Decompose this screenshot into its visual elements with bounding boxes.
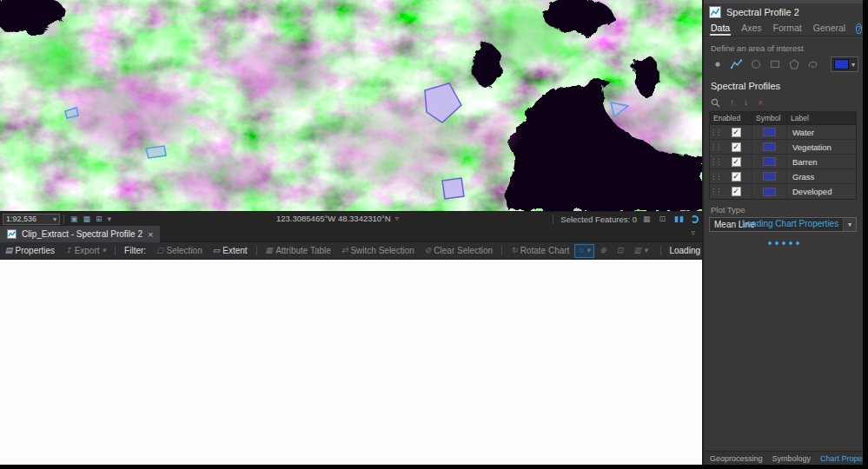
- rectangle-icon: [770, 59, 780, 69]
- enabled-checkbox[interactable]: ✓: [732, 142, 741, 152]
- column-header-symbol: Symbol: [752, 112, 787, 125]
- nav-dropdown-icon[interactable]: ▾: [108, 215, 112, 223]
- profile-line-tool-button[interactable]: [728, 56, 745, 73]
- symbol-swatch[interactable]: [763, 142, 776, 151]
- zoom-mode-button[interactable]: ⊕: [594, 242, 612, 259]
- filter-selection-button[interactable]: ▢ Selection: [151, 242, 208, 259]
- enabled-checkbox[interactable]: ✓: [732, 187, 741, 196]
- move-down-icon[interactable]: ↓: [744, 98, 748, 107]
- symbol-swatch[interactable]: [763, 172, 776, 181]
- column-header-enabled: Enabled: [710, 112, 752, 125]
- switch-selection-icon: ⇄: [341, 247, 348, 254]
- chart-tab-title: Clip_Extract - Spectral Profile 2: [22, 229, 142, 239]
- grip-icon[interactable]: ⋮⋮: [710, 158, 720, 166]
- dock-tab-geoprocessing[interactable]: Geoprocessing: [710, 454, 763, 463]
- dock-tab-bar: Geoprocessing Symbology Chart Properties: [704, 451, 863, 465]
- chart-toolbar: ▤ Properties ↥ Export ▾ Filter: ▢ Select…: [0, 242, 704, 260]
- divider: [63, 215, 64, 224]
- table-row[interactable]: ⋮⋮ ✓ Water: [710, 125, 856, 140]
- color-swatch: [834, 59, 849, 69]
- statusbar-right-group: Selected Features: 0 ▦ ⊡ ▮▮: [549, 215, 704, 224]
- rectangle-tool-button[interactable]: [766, 56, 783, 73]
- pane-title: Spectral Profile 2: [726, 7, 799, 17]
- grid-icon[interactable]: ▦: [83, 215, 91, 223]
- chevron-down-icon: ▿: [395, 215, 399, 222]
- snapping-icon[interactable]: ▣: [70, 215, 78, 223]
- freehand-tool-button[interactable]: [805, 56, 821, 73]
- chart-canvas[interactable]: [0, 260, 704, 465]
- attribute-table-button[interactable]: ▦ Attribute Table: [261, 242, 336, 259]
- chart-selection-tool-button[interactable]: ◌ ▾: [574, 244, 594, 258]
- switch-selection-button[interactable]: ⇄ Switch Selection: [336, 242, 420, 259]
- grip-icon[interactable]: ⋮⋮: [710, 143, 720, 151]
- dock-tab-chart-properties[interactable]: Chart Properties: [820, 454, 868, 463]
- chart-icon: [709, 6, 721, 18]
- layout-icon[interactable]: ⊡: [659, 215, 666, 223]
- map-scale-value: 1:92,536: [6, 215, 36, 223]
- properties-icon: ▤: [5, 247, 13, 254]
- tab-general[interactable]: General: [812, 21, 846, 36]
- table-row[interactable]: ⋮⋮ ✓ Vegetation: [710, 140, 856, 155]
- tab-axes[interactable]: Axes: [740, 21, 762, 36]
- map-view[interactable]: [0, 0, 704, 211]
- symbol-swatch[interactable]: [763, 188, 776, 196]
- move-up-icon[interactable]: ↑: [730, 98, 734, 107]
- search-icon[interactable]: [711, 98, 720, 108]
- enabled-checkbox[interactable]: ✓: [732, 172, 741, 182]
- help-icon[interactable]: ?: [856, 23, 862, 34]
- chart-view-tab[interactable]: Clip_Extract - Spectral Profile 2 ×: [0, 226, 160, 242]
- chevron-down-icon: ▾: [851, 61, 855, 69]
- tab-data[interactable]: Data: [710, 21, 731, 36]
- arcgis-pro-window: 1:92,536 ▾ ▣ ▦ ⊞ ▾ 123.3085465°W 48.3342…: [0, 0, 868, 469]
- loading-dots-animation: [704, 237, 863, 247]
- extent-icon: ▭: [213, 247, 221, 254]
- aoi-toolbar: ▾: [709, 55, 858, 74]
- rotate-chart-icon: ↻: [511, 247, 518, 254]
- grip-icon[interactable]: ⋮⋮: [710, 173, 720, 181]
- polygon-icon: [789, 59, 799, 69]
- circle-tool-button[interactable]: [747, 56, 764, 73]
- polygon-tool-button[interactable]: [785, 56, 802, 73]
- aoi-color-picker[interactable]: ▾: [831, 56, 858, 72]
- export-button[interactable]: ↥ Export ▾: [60, 242, 111, 259]
- pane-title-row: Spectral Profile 2: [709, 4, 799, 20]
- clear-selection-button[interactable]: ⊘ Clear Selection: [420, 242, 498, 259]
- grip-icon[interactable]: ⋮⋮: [710, 188, 720, 195]
- attribute-table-icon[interactable]: ▦: [643, 215, 651, 223]
- profile-label: Vegetation: [787, 142, 856, 152]
- grip-icon[interactable]: ⋮⋮: [710, 129, 720, 136]
- pause-drawing-icon[interactable]: ▮▮: [674, 215, 685, 223]
- table-row[interactable]: ⋮⋮ ✓ Developed: [710, 184, 856, 199]
- plot-type-dropdown[interactable]: Mean Line ▾: [709, 217, 857, 232]
- rotate-chart-button[interactable]: ↻ Rotate Chart: [506, 242, 574, 259]
- filter-extent-button[interactable]: ▭ Extent: [208, 242, 253, 259]
- pan-tool-icon[interactable]: ⊞: [96, 215, 103, 223]
- point-tool-button[interactable]: [709, 56, 726, 73]
- enabled-checkbox[interactable]: ✓: [732, 157, 741, 167]
- collapse-chevron-icon[interactable]: ▿: [691, 228, 695, 237]
- table-row[interactable]: ⋮⋮ ✓ Grass: [710, 169, 856, 184]
- coordinates-value: 123.3085465°W 48.3342310°N: [276, 214, 391, 223]
- chart-options-button[interactable]: ▥ ▾: [628, 247, 653, 254]
- spectral-profiles-heading: Spectral Profiles: [711, 81, 780, 91]
- delete-profile-icon[interactable]: ×: [758, 98, 763, 108]
- close-icon[interactable]: ×: [148, 229, 153, 240]
- freehand-icon: [807, 59, 818, 69]
- symbol-swatch[interactable]: [763, 157, 776, 166]
- pane-top-strip: [704, 0, 863, 3]
- refresh-spinner-icon[interactable]: [691, 215, 699, 223]
- selection-icon: ▢: [156, 247, 164, 254]
- table-row[interactable]: ⋮⋮ ✓ Barren: [710, 155, 856, 169]
- properties-button[interactable]: ▤ Properties: [0, 242, 60, 259]
- coordinate-readout[interactable]: 123.3085465°W 48.3342310°N ▿: [276, 214, 399, 223]
- dock-tab-symbology[interactable]: Symbology: [772, 454, 812, 463]
- table-header-row: Enabled Symbol Label: [710, 112, 856, 125]
- full-extent-button[interactable]: ⊡: [612, 242, 629, 259]
- map-scale-combo[interactable]: 1:92,536 ▾: [3, 214, 60, 225]
- selected-features-count: Selected Features: 0: [560, 215, 637, 224]
- tab-format[interactable]: Format: [772, 21, 803, 36]
- plot-type-value: Mean Line: [714, 220, 755, 229]
- profile-label: Grass: [787, 172, 856, 182]
- enabled-checkbox[interactable]: ✓: [732, 128, 741, 137]
- symbol-swatch[interactable]: [763, 128, 776, 136]
